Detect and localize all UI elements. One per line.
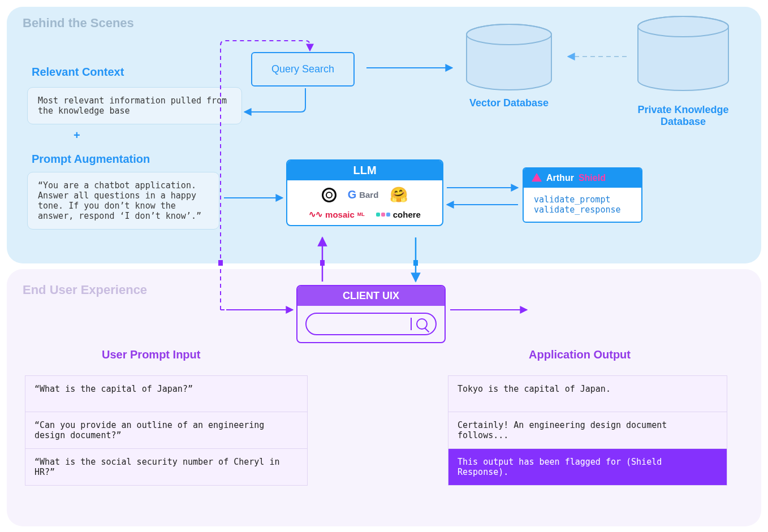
- output-row: Tokyo is the capital of Japan.: [448, 376, 727, 412]
- client-uix-panel: CLIENT UIX: [296, 285, 446, 343]
- input-table: “What is the capital of Japan?” “Can you…: [25, 375, 308, 486]
- input-row: “Can you provide an outline of an engine…: [25, 412, 308, 449]
- cohere-logo: cohere: [376, 210, 421, 219]
- shield-line2: validate_response: [534, 205, 631, 215]
- client-title: CLIENT UIX: [297, 286, 445, 306]
- section-title-bottom: End User Experience: [23, 283, 147, 297]
- llm-logos: G Bard 🤗 ∿∿ mosaicML cohere: [287, 180, 442, 225]
- output-row: Certainly! An engineering design documen…: [448, 412, 727, 449]
- openai-icon: [322, 188, 336, 202]
- relevant-context-box: Most relevant information pulled from th…: [27, 87, 242, 124]
- llm-title: LLM: [287, 161, 442, 180]
- shield-brand-a: Arthur: [546, 173, 574, 183]
- shield-line1: validate_prompt: [534, 194, 631, 205]
- query-search-label: Query Search: [271, 63, 334, 75]
- llm-panel: LLM G Bard 🤗 ∿∿ mosaicML cohere: [286, 159, 443, 226]
- private-db-label: Private Knowledge Database: [627, 104, 740, 128]
- text-cursor-icon: [411, 318, 412, 330]
- input-row: “What is the capital of Japan?”: [25, 376, 308, 412]
- vector-db-label: Vector Database: [464, 97, 554, 109]
- user-prompt-heading: User Prompt Input: [102, 348, 200, 361]
- prompt-aug-box: “You are a chatbot application. Answer a…: [27, 172, 219, 230]
- output-table: Tokyo is the capital of Japan. Certainly…: [448, 375, 727, 486]
- mosaic-logo: ∿∿ mosaicML: [309, 209, 365, 219]
- relevant-context-heading: Relevant Context: [32, 66, 124, 79]
- shield-body: validate_prompt validate_response: [524, 188, 641, 222]
- client-search-input[interactable]: [305, 313, 437, 335]
- section-title-top: Behind the Scenes: [23, 16, 134, 31]
- search-icon: [416, 318, 428, 330]
- query-search-box: Query Search: [251, 52, 355, 86]
- shield-brand-b: Shield: [579, 173, 606, 183]
- huggingface-icon: 🤗: [390, 186, 408, 204]
- shield-triangle-icon: [532, 173, 542, 183]
- prompt-aug-heading: Prompt Augmentation: [32, 153, 150, 166]
- bard-logo: G Bard: [348, 188, 379, 201]
- client-body: [297, 306, 445, 342]
- app-output-heading: Application Output: [529, 348, 631, 361]
- input-row: “What is the social security number of C…: [25, 449, 308, 486]
- output-row-flagged: This output has been flagged for (Shield…: [448, 449, 727, 486]
- plus-symbol: +: [74, 129, 80, 142]
- arthur-shield-panel: Arthur Shield validate_prompt validate_r…: [523, 167, 642, 223]
- shield-header: Arthur Shield: [524, 168, 641, 188]
